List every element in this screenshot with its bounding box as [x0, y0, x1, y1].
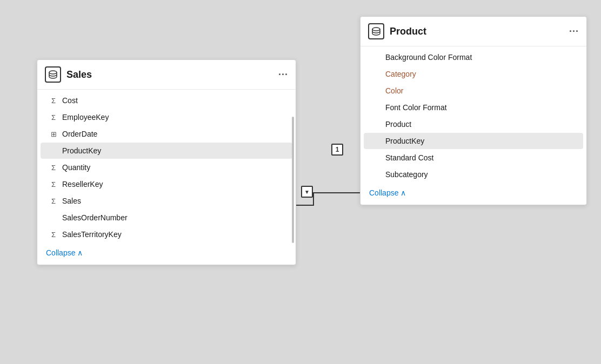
list-item[interactable]: Σ SalesTerritoryKey [41, 226, 292, 242]
list-item[interactable]: Σ EmployeeKey [41, 109, 292, 125]
list-item[interactable]: Σ Cost [41, 92, 292, 109]
field-label: Cost [62, 96, 78, 105]
list-item[interactable]: Color [364, 83, 583, 99]
sales-collapse-button[interactable]: Collapse ∧ [37, 243, 296, 262]
product-card-header: Product ··· [360, 17, 586, 46]
calendar-icon: ⊞ [49, 130, 58, 138]
product-card-title: Product [390, 26, 564, 37]
cardinality-arrow-marker: ▼ [301, 186, 313, 198]
canvas: * ▼ 1 Sales ··· Σ Cost Σ [0, 0, 601, 364]
scrollbar[interactable] [292, 117, 294, 243]
sales-card-menu-button[interactable]: ··· [278, 69, 288, 80]
svg-point-0 [49, 71, 57, 74]
list-item[interactable]: ⊞ OrderDate [41, 126, 292, 142]
field-label: Subcategory [385, 170, 428, 179]
list-item[interactable]: ProductKey [364, 133, 583, 149]
field-label: OrderDate [62, 130, 97, 138]
field-label: ResellerKey [62, 180, 103, 188]
list-item[interactable]: Σ ResellerKey [41, 176, 292, 192]
list-item[interactable]: ProductKey [41, 143, 292, 159]
product-collapse-button[interactable]: Collapse ∧ [360, 183, 586, 203]
sales-card-title: Sales [66, 69, 273, 80]
sigma-icon: Σ [49, 197, 58, 205]
field-label: EmployeeKey [62, 113, 109, 122]
list-item[interactable]: Subcategory [364, 166, 583, 183]
sales-table-icon [45, 66, 61, 83]
field-label: Product [385, 120, 411, 129]
list-item[interactable]: Standard Cost [364, 150, 583, 166]
list-item[interactable]: Category [364, 66, 583, 82]
svg-point-1 [372, 28, 380, 31]
field-label: Color [385, 86, 403, 95]
cardinality-one-marker: 1 [331, 144, 343, 156]
list-item[interactable]: Background Color Format [364, 49, 583, 65]
field-label: Font Color Format [385, 103, 447, 112]
list-item[interactable]: Font Color Format [364, 99, 583, 116]
field-label: Background Color Format [385, 53, 472, 62]
sigma-icon: Σ [49, 113, 58, 122]
product-table-card: Product ··· Background Color Format Cate… [360, 16, 587, 205]
field-label: Sales [62, 197, 81, 205]
field-label: SalesTerritoryKey [62, 230, 122, 239]
field-label: Standard Cost [385, 153, 434, 162]
sigma-icon: Σ [49, 97, 58, 105]
list-item[interactable]: Σ Quantity [41, 159, 292, 176]
field-label: ProductKey [62, 146, 101, 155]
field-label: ProductKey [385, 137, 424, 145]
product-card-body: Background Color Format Category Color F… [360, 46, 586, 205]
sigma-icon: Σ [49, 164, 58, 172]
list-item[interactable]: Σ Sales [41, 193, 292, 209]
list-item[interactable]: SalesOrderNumber [41, 210, 292, 226]
sales-card-header: Sales ··· [37, 60, 296, 90]
field-label: Category [385, 70, 416, 78]
product-table-icon [368, 23, 384, 39]
product-card-menu-button[interactable]: ··· [569, 26, 579, 37]
sales-table-card: Sales ··· Σ Cost Σ EmployeeKey ⊞ OrderDa… [37, 59, 296, 265]
field-label: SalesOrderNumber [62, 213, 128, 222]
list-item[interactable]: Product [364, 116, 583, 132]
sigma-icon: Σ [49, 231, 58, 239]
sigma-icon: Σ [49, 180, 58, 188]
sales-card-body: Σ Cost Σ EmployeeKey ⊞ OrderDate Product… [37, 90, 296, 265]
field-label: Quantity [62, 163, 90, 172]
